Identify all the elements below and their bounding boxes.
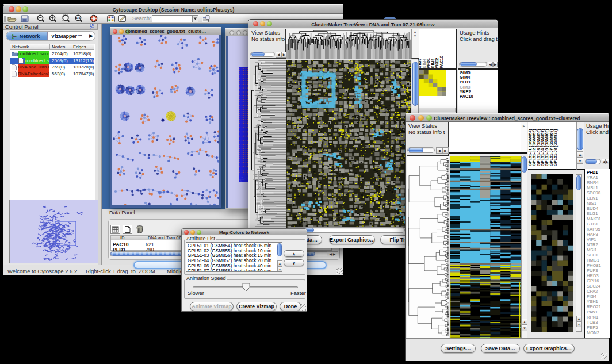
svg-text:Search:: Search: — [132, 15, 151, 21]
svg-text:1:1: 1:1 — [76, 16, 81, 20]
